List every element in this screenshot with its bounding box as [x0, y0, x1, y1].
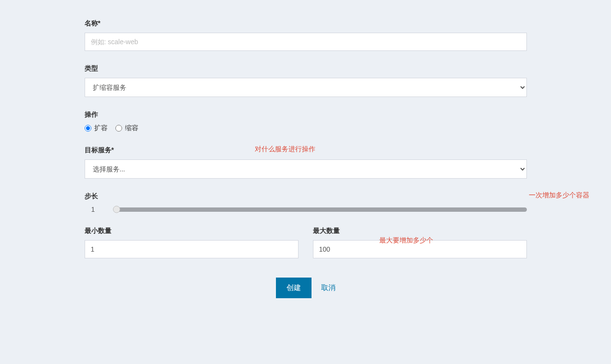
radio-scale-down[interactable]: 缩容: [115, 124, 138, 133]
step-value: 1: [85, 206, 104, 213]
step-label: 步长: [85, 192, 98, 201]
annotation-max: 最大要增加多少个: [379, 236, 433, 245]
target-label: 目标服务*: [85, 146, 114, 155]
annotation-target: 对什么服务进行操作: [255, 145, 315, 154]
type-label: 类型: [85, 64, 527, 73]
min-label: 最小数量: [85, 227, 299, 235]
cancel-button[interactable]: 取消: [321, 283, 336, 292]
radio-scale-down-label: 缩容: [125, 124, 138, 133]
step-slider-thumb[interactable]: [113, 206, 120, 213]
name-label: 名称*: [85, 19, 527, 28]
radio-scale-down-input[interactable]: [115, 125, 122, 132]
step-slider-track: [113, 207, 527, 212]
type-select[interactable]: 扩缩容服务: [85, 78, 527, 97]
create-button[interactable]: 创建: [276, 278, 312, 298]
radio-scale-up-label: 扩容: [94, 124, 108, 133]
radio-scale-up[interactable]: 扩容: [85, 124, 108, 133]
max-label: 最大数量: [313, 227, 340, 235]
target-select[interactable]: 选择服务...: [85, 159, 527, 179]
step-slider[interactable]: [113, 206, 527, 213]
annotation-step: 一次增加多少个容器: [529, 191, 589, 200]
min-input[interactable]: [85, 240, 299, 258]
radio-scale-up-input[interactable]: [85, 125, 91, 132]
action-label: 操作: [85, 110, 527, 119]
name-input[interactable]: [85, 33, 527, 51]
